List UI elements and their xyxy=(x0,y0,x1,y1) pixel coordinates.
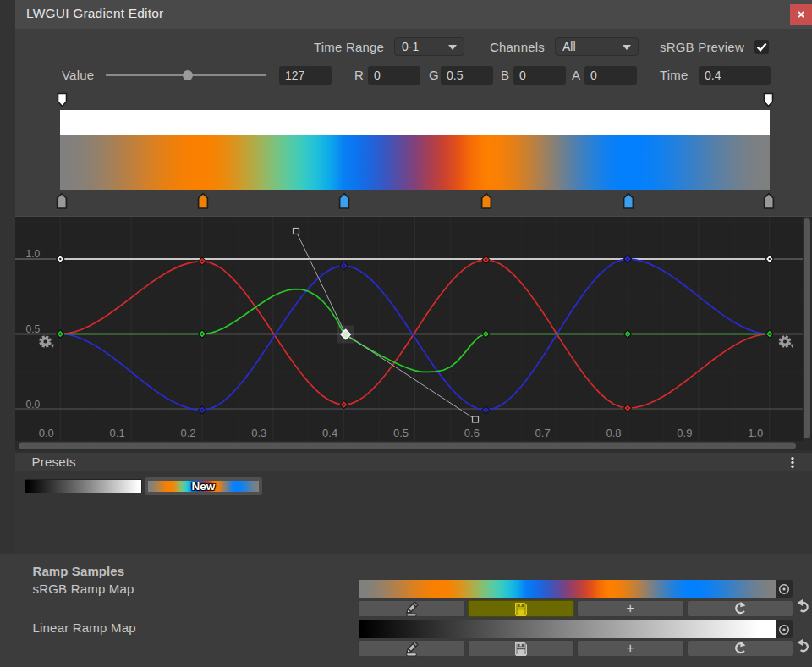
svg-text:0.3: 0.3 xyxy=(251,427,266,439)
svg-text:0.5: 0.5 xyxy=(393,427,409,439)
svg-text:0.4: 0.4 xyxy=(322,427,337,439)
svg-text:0.0: 0.0 xyxy=(26,399,41,411)
svg-text:0.5: 0.5 xyxy=(26,323,41,335)
svg-text:0.8: 0.8 xyxy=(606,427,622,439)
svg-text:1.0: 1.0 xyxy=(748,427,763,439)
svg-text:0.2: 0.2 xyxy=(180,427,195,439)
svg-text:1.0: 1.0 xyxy=(26,248,41,260)
svg-text:0.0: 0.0 xyxy=(39,427,54,439)
svg-text:0.1: 0.1 xyxy=(110,427,125,439)
svg-text:0.7: 0.7 xyxy=(535,427,551,439)
svg-text:0.6: 0.6 xyxy=(464,427,480,439)
svg-text:0.9: 0.9 xyxy=(677,427,692,439)
